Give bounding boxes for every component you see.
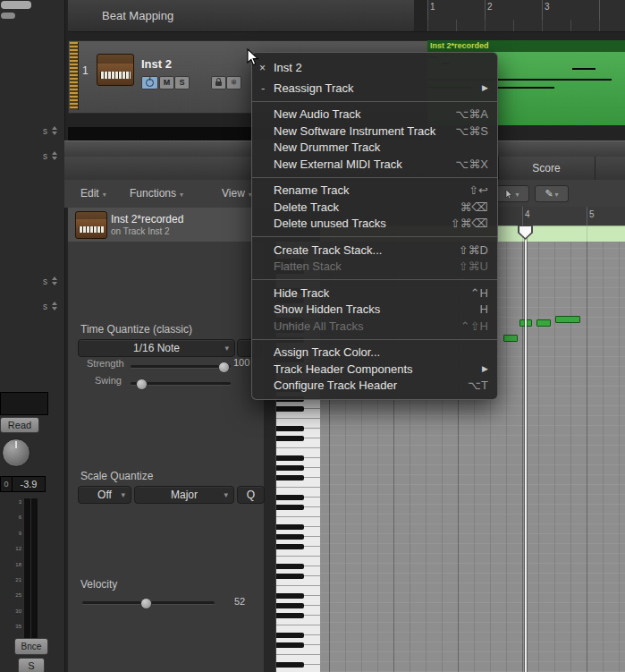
swing-slider-handle[interactable]: [136, 379, 148, 390]
menu-item-label: Unhide All Tracks: [274, 319, 460, 333]
menu-item-rename-track[interactable]: Rename Track⇧↩: [252, 183, 497, 200]
piano-key-black[interactable]: [276, 436, 304, 441]
mixer-slot-row[interactable]: s: [0, 123, 63, 140]
menu-item-delete-track[interactable]: Delete Track⌘⌫: [252, 199, 497, 216]
menu-item-label: New External MIDI Track: [274, 157, 455, 171]
menu-item-shortcut: ⌃H: [470, 286, 488, 300]
menu-item-assign-track-color[interactable]: Assign Track Color...: [252, 345, 497, 362]
piano-key-black[interactable]: [276, 574, 304, 579]
lock-icon: [215, 81, 222, 86]
pointer-tool-button[interactable]: ▾: [495, 185, 529, 202]
mixer-slot-row[interactable]: s: [0, 274, 63, 290]
track-power-button[interactable]: [141, 76, 158, 89]
piano-key-black[interactable]: [276, 603, 304, 608]
tab-score[interactable]: Score: [498, 157, 595, 180]
ruler-number: 3: [545, 2, 550, 12]
pencil-tool-button[interactable]: ✎▾: [535, 185, 569, 202]
velocity-slider-handle[interactable]: [140, 598, 152, 609]
piano-key-black[interactable]: [276, 455, 304, 461]
piano-key-black[interactable]: [276, 465, 304, 471]
swing-slider[interactable]: [131, 382, 231, 385]
slot-label: s: [43, 126, 47, 136]
meter-scale-label: 3: [19, 499, 21, 505]
menu-item-shortcut: ⇧⌘⌫: [451, 217, 488, 230]
functions-menu-button[interactable]: Functions▾: [130, 186, 183, 201]
piano-key-black[interactable]: [276, 505, 304, 510]
midi-note[interactable]: [503, 335, 518, 342]
stepper-arrows-icon[interactable]: [52, 302, 57, 310]
quantize-dropdown[interactable]: 1/16 Note▾: [78, 339, 235, 357]
bounce-button[interactable]: Bnce: [14, 638, 48, 655]
region-header[interactable]: Inst 2*recorded: [427, 40, 625, 52]
velocity-slider[interactable]: [82, 601, 215, 604]
mixer-slot-row[interactable]: s: [0, 149, 63, 165]
menu-item-shortcut: ⌃⇧H: [460, 319, 488, 333]
chevron-down-icon: ▾: [103, 191, 106, 199]
menu-separator: [252, 236, 497, 237]
strength-slider-handle[interactable]: [218, 362, 230, 373]
track-solo-button[interactable]: S: [174, 76, 190, 89]
scale-type-dropdown[interactable]: Major▾: [134, 486, 234, 504]
piano-key-black[interactable]: [276, 495, 304, 500]
menu-item-delete-unused-tracks[interactable]: Delete unused Tracks⇧⌘⌫: [252, 216, 497, 233]
piano-key-black[interactable]: [276, 593, 304, 599]
track-drag-handle[interactable]: [70, 42, 79, 110]
scale-root-dropdown[interactable]: Off▾: [78, 486, 131, 504]
piano-icon-keys: [100, 72, 131, 79]
menu-item-shortcut: ⌥T: [468, 379, 488, 392]
piano-key-black[interactable]: [276, 534, 304, 540]
mixer-slot-row[interactable]: s: [0, 299, 63, 315]
swing-label: Swing: [95, 375, 122, 386]
piano-key-black[interactable]: [276, 475, 304, 481]
track-lock-button[interactable]: [211, 76, 226, 89]
menu-item-label: Configure Track Header: [274, 379, 468, 392]
menu-item-reassign-track[interactable]: -Reassign Track▶: [252, 80, 497, 97]
menu-item-configure-track-header[interactable]: Configure Track Header⌥T: [252, 378, 497, 395]
beat-mapping-title[interactable]: Beat Mapping: [102, 0, 173, 31]
menu-item-track-header-components[interactable]: Track Header Components▶: [252, 361, 497, 378]
edit-menu-button[interactable]: Edit▾: [80, 186, 106, 201]
track-instrument-icon: [97, 54, 134, 86]
ruler-number: 2: [487, 2, 493, 12]
menu-item-new-drummer-track[interactable]: New Drummer Track: [252, 140, 497, 157]
menu-item-hide-track[interactable]: Hide Track⌃H: [252, 285, 497, 302]
menu-item-new-audio-track[interactable]: New Audio Track⌥⌘A: [252, 106, 497, 123]
piano-key-black[interactable]: [276, 564, 304, 569]
automation-read-button[interactable]: Read: [0, 417, 39, 433]
chevron-down-icon: ▾: [121, 490, 125, 499]
ruler-minor-ticks: [427, 20, 625, 31]
scroll-handle-small[interactable]: [1, 13, 15, 19]
stepper-arrows-icon[interactable]: [52, 151, 57, 160]
piano-key-black[interactable]: [276, 544, 304, 549]
piano-key-black[interactable]: [276, 642, 304, 648]
playhead-line[interactable]: [525, 225, 527, 672]
track-name[interactable]: Inst 2: [141, 57, 172, 71]
piano-key-black[interactable]: [276, 662, 304, 668]
strength-slider[interactable]: [131, 365, 231, 368]
piano-key-black[interactable]: [276, 613, 304, 618]
mixer-solo-button[interactable]: S: [18, 658, 45, 672]
piano-key-black[interactable]: [276, 633, 304, 638]
velocity-label: Velocity: [80, 578, 117, 591]
midi-note[interactable]: [536, 319, 551, 327]
piano-key-black[interactable]: [276, 426, 304, 431]
track-mute-button[interactable]: M: [159, 76, 174, 89]
menu-item-new-software-instrument-track[interactable]: New Software Instrument Track⌥⌘S: [252, 123, 497, 140]
menu-item-flatten-stack: Flatten Stack⇧⌘U: [252, 259, 497, 276]
pan-knob[interactable]: [2, 438, 30, 467]
piano-key-black[interactable]: [276, 406, 304, 412]
topbar-divider: [414, 0, 427, 32]
scroll-handle[interactable]: [1, 1, 31, 9]
menu-item-show-hidden-tracks[interactable]: Show Hidden TracksH: [252, 302, 497, 319]
arrange-ruler[interactable]: 1 2 3: [427, 0, 625, 32]
menu-item-new-external-midi-track[interactable]: New External MIDI Track⌥⌘X: [252, 156, 497, 173]
stepper-arrows-icon[interactable]: [52, 126, 57, 135]
midi-note[interactable]: [555, 316, 580, 323]
view-menu-button[interactable]: View▾: [222, 186, 252, 201]
meter-scale-label: 18: [15, 562, 21, 567]
scale-quantize-q-button[interactable]: Q: [237, 486, 265, 504]
track-freeze-button[interactable]: ❄: [226, 76, 241, 89]
menu-item-create-track-stack[interactable]: Create Track Stack...⇧⌘D: [252, 242, 497, 259]
stepper-arrows-icon[interactable]: [52, 276, 57, 285]
piano-key-black[interactable]: [276, 524, 304, 530]
